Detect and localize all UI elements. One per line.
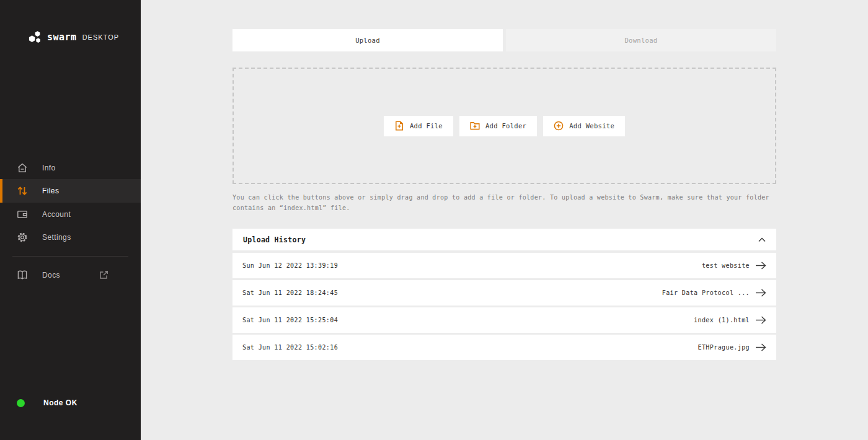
gear-icon <box>17 232 28 243</box>
folder-plus-icon <box>470 121 480 131</box>
chevron-up-icon[interactable] <box>758 237 766 242</box>
open-arrow-icon[interactable] <box>755 343 766 351</box>
upload-history-title: Upload History <box>243 235 306 244</box>
upload-history-row[interactable]: Sat Jun 11 2022 15:02:16 ETHPrague.jpg <box>232 335 776 360</box>
open-arrow-icon[interactable] <box>755 289 766 297</box>
sidebar-item-settings[interactable]: Settings <box>0 226 141 249</box>
add-website-button[interactable]: Add Website <box>543 116 625 136</box>
upload-date: Sat Jun 11 2022 15:02:16 <box>242 344 338 351</box>
upload-name: Fair Data Protocol ... <box>662 289 750 296</box>
upload-download-tabs: Upload Download <box>232 29 776 51</box>
upload-date: Sun Jun 12 2022 13:39:19 <box>242 262 338 269</box>
upload-entry: ETHPrague.jpg <box>698 343 766 351</box>
file-dropzone[interactable]: Add File Add Folder Add Website <box>232 68 776 184</box>
dropzone-help-text: You can click the buttons above or simpl… <box>232 193 776 213</box>
dropzone-buttons: Add File Add Folder Add Website <box>384 116 625 136</box>
add-folder-label: Add Folder <box>485 122 526 130</box>
upload-history-row[interactable]: Sat Jun 11 2022 15:25:04 index (1).html <box>232 307 776 333</box>
app-logo: swarm DESKTOP <box>29 30 119 43</box>
sidebar-divider <box>12 256 128 257</box>
add-folder-button[interactable]: Add Folder <box>459 116 537 136</box>
sidebar-item-account[interactable]: Account <box>0 203 141 226</box>
swarm-logo-icon <box>29 30 43 43</box>
transfer-arrows-icon <box>17 185 28 196</box>
tab-upload[interactable]: Upload <box>232 29 503 51</box>
tab-download-label: Download <box>625 37 658 44</box>
upload-entry: index (1).html <box>694 316 766 324</box>
add-file-button[interactable]: Add File <box>384 116 453 136</box>
book-icon <box>17 270 28 281</box>
tab-upload-label: Upload <box>355 37 380 44</box>
sidebar-item-label: Docs <box>42 271 60 279</box>
home-icon <box>17 162 28 174</box>
brand-suffix: DESKTOP <box>82 33 119 41</box>
external-link-icon <box>99 270 109 280</box>
node-status-dot <box>17 399 25 407</box>
brand-name: swarm <box>47 32 77 43</box>
upload-date: Sat Jun 11 2022 15:25:04 <box>242 317 338 323</box>
add-file-label: Add File <box>410 122 443 130</box>
upload-entry: test website <box>702 262 766 270</box>
sidebar-item-label: Info <box>42 164 56 172</box>
sidebar-item-label: Settings <box>42 233 71 242</box>
upload-history-header[interactable]: Upload History <box>232 229 776 250</box>
sidebar-item-label: Account <box>42 210 71 219</box>
tab-download[interactable]: Download <box>506 29 776 51</box>
upload-name: ETHPrague.jpg <box>698 344 750 351</box>
upload-history: Upload History Sun Jun 12 2022 13:39:19 … <box>232 229 776 362</box>
open-arrow-icon[interactable] <box>755 316 766 324</box>
upload-name: test website <box>702 262 750 269</box>
file-plus-icon <box>394 121 404 131</box>
sidebar-item-info[interactable]: Info <box>0 156 141 179</box>
upload-history-row[interactable]: Sun Jun 12 2022 13:39:19 test website <box>232 253 776 278</box>
node-status-label: Node OK <box>43 398 78 407</box>
upload-entry: Fair Data Protocol ... <box>662 289 766 297</box>
sidebar-item-label: Files <box>42 187 59 195</box>
node-status: Node OK <box>17 398 78 407</box>
wallet-icon <box>17 209 28 220</box>
add-website-label: Add Website <box>569 122 614 130</box>
sidebar: swarm DESKTOP Info Files Account <box>0 0 141 440</box>
upload-date: Sat Jun 11 2022 18:24:45 <box>242 289 338 296</box>
sidebar-item-files[interactable]: Files <box>0 179 141 203</box>
upload-name: index (1).html <box>694 317 750 323</box>
circle-plus-icon <box>554 121 564 131</box>
upload-history-row[interactable]: Sat Jun 11 2022 18:24:45 Fair Data Proto… <box>232 280 776 306</box>
open-arrow-icon[interactable] <box>755 262 766 270</box>
sidebar-nav: Info Files Account Settings <box>0 156 141 286</box>
sidebar-item-docs[interactable]: Docs <box>0 263 141 286</box>
